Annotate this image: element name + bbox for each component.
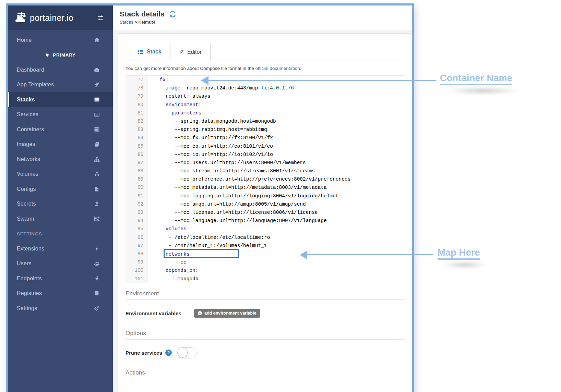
portainer-logo[interactable]: portainer.io bbox=[15, 12, 73, 24]
code-text: - mcc bbox=[147, 258, 187, 266]
dashboard-icon bbox=[93, 67, 100, 73]
map-here-arrow-head bbox=[300, 250, 307, 259]
code-line: 82--spring.data.mongodb.host=mongodb bbox=[126, 117, 404, 125]
sidebar-item-secrets[interactable]: Secrets bbox=[8, 197, 113, 212]
code-line: 100depends_on: bbox=[126, 266, 404, 274]
code-text: - /etc/localtime:/etc/localtime:ro bbox=[147, 233, 270, 242]
sidebar-item-volumes[interactable]: Volumes bbox=[8, 167, 113, 182]
code-text: --mcc.stream.url=http://streams:8001/v1/… bbox=[147, 167, 315, 175]
code-text: --spring.data.mongodb.host=mongodb bbox=[147, 117, 276, 125]
prune-services-toggle[interactable] bbox=[177, 347, 198, 358]
sidebar-item-label: Dashboard bbox=[17, 67, 44, 73]
file-code-icon bbox=[93, 186, 100, 192]
sidebar-item-label: Secrets bbox=[17, 201, 36, 207]
sidebar-item-registries[interactable]: Registries bbox=[8, 286, 113, 301]
sidebar-menu: HomePRIMARYDashboardApp TemplatesStacksS… bbox=[8, 30, 113, 392]
sidebar-item-endpoints[interactable]: Endpoints bbox=[8, 271, 113, 286]
breadcrumb-stacks-link[interactable]: Stacks bbox=[120, 20, 133, 25]
code-text: --mcc.language.url=http://language:8007/… bbox=[147, 217, 327, 225]
endpoint-selector-primary[interactable]: PRIMARY bbox=[8, 48, 113, 63]
sidebar-item-label: Endpoints bbox=[17, 275, 42, 282]
container-name-arrow-line bbox=[208, 80, 436, 81]
sidebar-item-label: Volumes bbox=[17, 171, 38, 177]
code-text: fx: bbox=[147, 76, 169, 84]
line-number: 96 bbox=[126, 233, 147, 242]
line-number: 99 bbox=[126, 258, 147, 266]
sitemap-icon bbox=[93, 156, 100, 162]
code-text: --mcc.license.url=http://license:8006/v1… bbox=[147, 208, 318, 217]
line-number: 92 bbox=[126, 200, 147, 208]
bolt-icon bbox=[93, 246, 100, 252]
code-text: --mcc.io.url=http://io:8102/v1/io bbox=[147, 150, 273, 159]
sidebar-item-users[interactable]: Users bbox=[8, 256, 113, 271]
page: portainer.io HomePRIMARYDashboardApp Tem… bbox=[0, 0, 561, 392]
code-line: 90--mcc.metadata.url=http://metadata:800… bbox=[126, 183, 404, 192]
official-documentation-link[interactable]: official documentation bbox=[255, 66, 300, 71]
line-number: 79 bbox=[126, 92, 147, 100]
code-text: restart: always bbox=[147, 92, 210, 100]
sidebar-item-stacks[interactable]: Stacks bbox=[8, 92, 113, 107]
sidebar-item-label: Configs bbox=[17, 186, 36, 192]
code-text: depends_on: bbox=[147, 266, 199, 274]
add-environment-variable-button[interactable]: add environment variable bbox=[194, 309, 260, 318]
tab-stack[interactable]: Stack bbox=[129, 44, 170, 60]
sidebar-item-containers[interactable]: Containers bbox=[8, 122, 113, 137]
section-title-options: Options bbox=[126, 330, 404, 337]
code-text: image: repo.moovit24.de:443/mcp_fx:4.0.1… bbox=[147, 84, 294, 92]
sidebar-item-extensions[interactable]: Extensions bbox=[8, 241, 113, 256]
code-text: --spring.rabbitmq.host=rabbitmq bbox=[147, 125, 267, 134]
sidebar-item-label: Containers bbox=[17, 126, 44, 133]
pencil-icon: ✎ bbox=[179, 48, 184, 56]
sidebar-item-services[interactable]: Services bbox=[8, 107, 113, 122]
code-text: networks: bbox=[147, 250, 239, 258]
code-line: 84--mcc.fx.url=http://fx:8100/v1/fx bbox=[126, 134, 404, 142]
map-here-label-shadow bbox=[443, 261, 486, 269]
sidebar-item-settings[interactable]: Settings bbox=[8, 301, 113, 316]
sidebar-item-label: App Templates bbox=[17, 82, 54, 88]
container-name-arrow-head bbox=[201, 76, 208, 85]
line-number: 89 bbox=[126, 175, 147, 183]
code-line: 94--mcc.language.url=http://language:800… bbox=[126, 217, 404, 225]
code-text: environment: bbox=[147, 101, 201, 109]
code-line: 86--mcc.io.url=http://io:8102/v1/io bbox=[126, 150, 404, 159]
database-icon bbox=[93, 291, 100, 296]
line-number: 91 bbox=[126, 192, 147, 200]
toggle-knob bbox=[177, 347, 188, 358]
sidebar-item-networks[interactable]: Networks bbox=[8, 152, 113, 167]
sidebar-item-label: Services bbox=[17, 111, 38, 118]
code-line: 101- mongodb bbox=[126, 275, 404, 283]
sidebar-item-home[interactable]: Home bbox=[8, 33, 113, 48]
sidebar-item-app-templates[interactable]: App Templates bbox=[8, 77, 113, 93]
sidebar-item-images[interactable]: Images bbox=[8, 137, 113, 152]
home-icon bbox=[93, 37, 100, 43]
code-line: 96- /etc/localtime:/etc/localtime:ro bbox=[126, 233, 404, 242]
exchange-endpoints-icon[interactable] bbox=[96, 15, 105, 21]
gears-icon bbox=[93, 305, 100, 311]
object-group-icon bbox=[93, 216, 100, 222]
code-text: --mcc.logging.url=http://logging:8004/v1… bbox=[147, 192, 338, 200]
section-title-environment: Environment bbox=[126, 290, 404, 297]
sidebar-item-configs[interactable]: Configs bbox=[8, 182, 113, 197]
code-line: 79restart: always bbox=[126, 92, 404, 100]
breadcrumb: Stacks > Helmut4 bbox=[120, 20, 412, 25]
endpoint-label: PRIMARY bbox=[53, 52, 75, 58]
sidebar-section-settings: SETTINGS bbox=[8, 226, 113, 242]
app-window: portainer.io HomePRIMARYDashboardApp Tem… bbox=[6, 3, 414, 392]
refresh-icon[interactable] bbox=[169, 11, 176, 18]
code-line: 80environment: bbox=[126, 101, 404, 109]
help-question-icon[interactable]: ? bbox=[165, 350, 172, 356]
users-icon bbox=[93, 261, 100, 267]
sidebar-item-swarm[interactable]: Swarm bbox=[8, 211, 113, 226]
prune-services-row: Prune services ? bbox=[126, 347, 404, 358]
page-title: Stack details bbox=[120, 10, 165, 18]
compose-editor[interactable]: 77fx:78image: repo.moovit24.de:443/mcp_f… bbox=[126, 75, 404, 283]
tab-editor[interactable]: ✎ Editor bbox=[170, 44, 211, 60]
compose-info-text: You can get more information about Compo… bbox=[126, 66, 404, 71]
sidebar-item-dashboard[interactable]: Dashboard bbox=[8, 62, 113, 77]
line-number: 90 bbox=[126, 183, 147, 192]
code-line: 92--mcc.amqp.url=http://amqp:8005/v1/amq… bbox=[126, 200, 404, 208]
map-here-arrow-line bbox=[307, 254, 433, 255]
section-title-actions: Actions bbox=[126, 369, 404, 376]
logo-text: portainer.io bbox=[30, 13, 73, 23]
code-line: 93--mcc.license.url=http://license:8006/… bbox=[126, 208, 404, 217]
